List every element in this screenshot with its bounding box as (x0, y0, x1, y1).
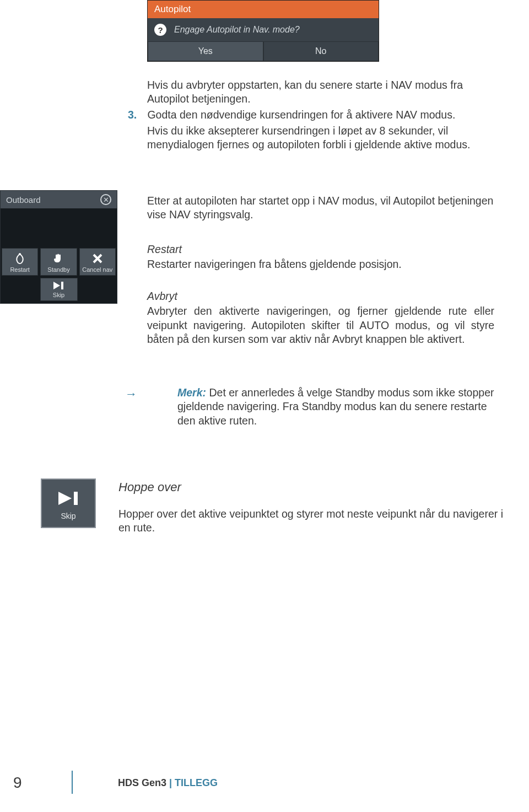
skip-icon (52, 281, 66, 291)
svg-rect-1 (61, 282, 63, 289)
skip-label-small: Skip (41, 292, 77, 298)
page-number: 9 (13, 774, 22, 792)
step-number: 3. (128, 108, 144, 122)
avbryt-section: Avbryt Avbryter den aktiverte navigering… (147, 289, 494, 346)
avbryt-heading: Avbryt (147, 289, 494, 303)
footer-suffix: TILLEGG (175, 777, 218, 788)
hoppe-over-heading: Hoppe over (118, 480, 499, 496)
footer-divider (72, 771, 73, 794)
footer-brand: HDS Gen3 (118, 777, 166, 788)
hoppe-over-body: Hopper over det aktive veipunktet og sty… (118, 507, 504, 535)
step-text: Godta den nødvendige kursendringen for å… (147, 108, 494, 122)
footer-text: HDS Gen3 | TILLEGG (118, 777, 218, 789)
skip-label-large: Skip (42, 512, 95, 520)
svg-rect-2 (74, 492, 78, 505)
skip-icon (55, 490, 82, 507)
dialog-question: Engage Autopilot in Nav. mode? (174, 25, 300, 35)
paragraph-avbryter-oppstarten: Hvis du avbryter oppstarten, kan du sene… (147, 78, 494, 106)
dialog-body: ? Engage Autopilot in Nav. mode? (148, 18, 379, 41)
standby-label: Standby (41, 266, 76, 273)
hoppe-over-section: Hoppe over (118, 480, 499, 497)
paragraph-ikke-aksepterer: Hvis du ikke aksepterer kursendringen i … (147, 124, 494, 152)
note-label: Merk: (177, 386, 206, 399)
avbryt-body: Avbryter den aktiverte navigeringen, og … (147, 304, 494, 346)
footer-sep: | (166, 777, 175, 788)
cancel-nav-button[interactable]: Cancel nav (79, 248, 116, 276)
panel-title: Outboard (6, 195, 41, 205)
standby-button[interactable]: Standby (40, 248, 77, 276)
no-button[interactable]: No (263, 41, 379, 61)
restart-label: Restart (2, 266, 37, 273)
step-3: 3. Godta den nødvendige kursendringen fo… (128, 108, 497, 122)
svg-point-0 (19, 253, 21, 255)
close-icon (91, 252, 104, 265)
restart-heading: Restart (147, 243, 494, 256)
arrow-icon: → (125, 387, 137, 401)
close-icon[interactable]: ✕ (100, 194, 111, 205)
note-text: Det er annerledes å velge Standby modus … (177, 386, 494, 427)
skip-button-large[interactable]: Skip (41, 478, 96, 528)
yes-button[interactable]: Yes (148, 41, 263, 61)
nav-intro-paragraph: Etter at autopiloten har startet opp i N… (147, 194, 494, 222)
cancel-label: Cancel nav (80, 266, 115, 273)
skip-button-small[interactable]: Skip (40, 278, 78, 301)
hand-icon (52, 252, 65, 265)
restart-section: Restart Restarter navigeringen fra båten… (147, 243, 494, 272)
outboard-panel: Outboard ✕ Restart Standby Cancel nav Sk… (0, 190, 117, 304)
note: Merk: Det er annerledes å velge Standby … (147, 386, 494, 428)
autopilot-dialog: Autopilot ? Engage Autopilot in Nav. mod… (147, 0, 379, 62)
restart-button[interactable]: Restart (2, 248, 38, 276)
dialog-title: Autopilot (148, 1, 379, 18)
help-icon: ? (154, 24, 166, 36)
restart-icon (13, 252, 26, 265)
restart-body: Restarter navigeringen fra båtens gjelde… (147, 257, 494, 271)
